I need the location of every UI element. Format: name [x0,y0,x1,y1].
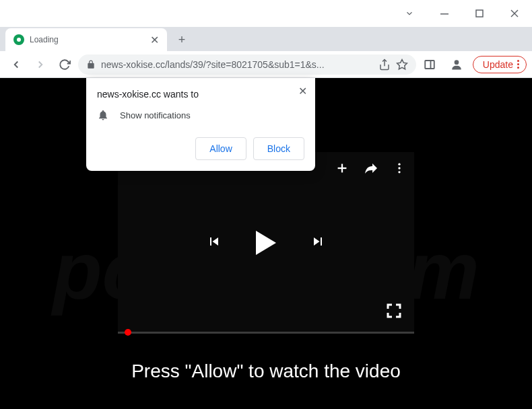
close-dialog-icon[interactable]: ✕ [298,85,307,98]
svg-point-13 [398,171,400,173]
svg-point-12 [398,167,400,169]
svg-marker-5 [397,59,407,69]
dialog-title: news-xokise.cc wants to [97,89,304,100]
bookmark-star-icon[interactable] [396,59,408,71]
window-controls [0,0,532,27]
url-box[interactable]: news-xokise.cc/lands/39/?site=8021705&su… [78,54,416,75]
tab-favicon-icon [13,34,24,45]
maximize-button[interactable] [470,4,489,23]
tab-title: Loading [30,35,145,44]
chevron-down-icon[interactable] [400,4,419,23]
back-button[interactable] [5,54,27,75]
svg-point-11 [398,163,400,165]
share-arrow-icon[interactable] [363,160,379,179]
side-panel-icon[interactable] [419,54,440,75]
previous-track-icon[interactable] [206,233,222,252]
browser-tab[interactable]: Loading ✕ [5,28,167,51]
play-button[interactable] [256,231,276,255]
allow-button[interactable]: Allow [195,137,246,160]
close-tab-icon[interactable]: ✕ [150,34,159,46]
page-content: pcrisk.com [0,78,532,409]
minimize-button[interactable] [435,4,454,23]
update-button[interactable]: Update [473,56,527,73]
video-player [118,152,414,334]
plus-icon[interactable] [335,161,350,178]
profile-icon[interactable] [446,54,467,75]
block-button[interactable]: Block [253,137,304,160]
menu-dots-icon [517,60,519,69]
svg-rect-0 [440,13,448,15]
dialog-body: Show notifications [120,110,191,120]
next-track-icon[interactable] [310,233,326,252]
close-window-button[interactable] [505,4,524,23]
share-icon[interactable] [378,59,391,71]
progress-bar[interactable] [118,332,414,334]
forward-button[interactable] [30,54,51,75]
svg-rect-6 [425,61,434,69]
update-label: Update [483,59,513,70]
tab-bar: Loading ✕ + [0,27,532,51]
instruction-message: Press "Allow" to watch the video [0,361,532,382]
url-text: news-xokise.cc/lands/39/?site=8021705&su… [101,59,373,70]
progress-handle[interactable] [125,329,131,336]
address-bar: news-xokise.cc/lands/39/?site=8021705&su… [0,51,532,78]
more-dots-icon[interactable] [393,161,406,178]
lock-icon [86,60,96,69]
notification-permission-dialog: ✕ news-xokise.cc wants to Show notificat… [86,78,315,171]
fullscreen-icon[interactable] [386,303,402,322]
svg-rect-1 [476,10,483,17]
svg-point-8 [455,60,459,65]
bell-icon [97,109,109,121]
reload-button[interactable] [54,54,75,75]
new-tab-button[interactable]: + [172,30,191,49]
